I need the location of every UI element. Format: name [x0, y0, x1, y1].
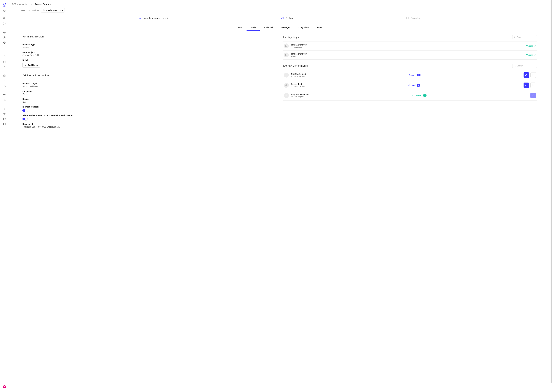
svg-point-21	[4, 109, 4, 110]
silent-mode-label: Silent Mode (no email should send after …	[22, 114, 276, 117]
tabs: Status Details Audit Trail Messages Inte…	[46, 25, 513, 31]
sidebar-file-search-icon[interactable]	[2, 78, 7, 83]
svg-point-13	[4, 66, 5, 67]
id-card-icon	[281, 16, 284, 20]
identity-search-input[interactable]	[517, 36, 535, 38]
search-icon	[514, 65, 516, 67]
identity-search[interactable]	[512, 35, 537, 39]
mail-icon	[284, 53, 289, 57]
count-badge: 0	[417, 84, 420, 87]
request-id-label: Request ID	[22, 123, 276, 125]
sidebar-sliders-icon[interactable]	[2, 106, 7, 111]
tab-integrations[interactable]: Integrations	[298, 25, 310, 31]
step-compiling: Compiling	[406, 16, 421, 20]
request-email-chip[interactable]: email@email.com	[41, 8, 65, 13]
svg-point-42	[286, 46, 286, 46]
add-notes-button[interactable]: Add Notes	[22, 63, 40, 68]
enrichment-sub: New Request	[291, 96, 308, 98]
svg-point-39	[407, 19, 407, 19]
svg-point-15	[4, 75, 5, 76]
region-label: Region	[22, 98, 276, 100]
enrichment-action-button[interactable]	[523, 72, 529, 78]
tab-details[interactable]: Details	[249, 25, 257, 31]
identity-keys-title: Identity Keys	[283, 35, 299, 39]
sidebar	[0, 0, 9, 392]
enrichments-title: Identity Enrichments	[283, 64, 308, 67]
svg-rect-14	[4, 75, 5, 77]
logo-icon	[2, 3, 7, 7]
check-icon	[534, 54, 536, 56]
data-subject-value: Custom Data Subject	[22, 54, 276, 56]
sidebar-thumbs-icon[interactable]	[2, 54, 7, 59]
sidebar-globe-gear-icon[interactable]	[2, 16, 7, 21]
svg-rect-26	[3, 123, 6, 125]
enrichments-search-input[interactable]	[517, 65, 535, 67]
sidebar-globe-icon[interactable]	[2, 40, 7, 45]
tab-report[interactable]: Report	[316, 25, 324, 31]
sidebar-compass-icon[interactable]	[2, 92, 7, 97]
sidebar-search-doc-icon[interactable]	[2, 73, 7, 78]
sidebar-action-center-icon[interactable]	[2, 9, 7, 13]
add-notes-label: Add Notes	[28, 64, 38, 66]
breadcrumb-root[interactable]: DSR Automation	[12, 3, 28, 5]
svg-point-10	[4, 61, 5, 62]
identity-key-row: email@email.com email Verified	[283, 50, 537, 60]
skip-button[interactable]	[530, 83, 536, 88]
tab-audit-trail[interactable]: Audit Trail	[264, 25, 274, 31]
sidebar-id-badge-icon[interactable]	[2, 65, 7, 69]
sidebar-grid-add-icon[interactable]	[2, 117, 7, 121]
test-request-toggle[interactable]	[22, 109, 28, 112]
sidebar-database-icon[interactable]	[2, 59, 7, 64]
link-icon	[284, 73, 289, 77]
svg-point-27	[3, 387, 6, 388]
svg-point-16	[5, 81, 5, 82]
sidebar-list-add-icon[interactable]	[2, 98, 7, 102]
tab-status[interactable]: Status	[236, 25, 242, 31]
step-label: Preflight	[285, 17, 293, 19]
skip-icon	[532, 74, 534, 76]
svg-rect-24	[5, 118, 5, 119]
tab-messages[interactable]: Messages	[281, 25, 291, 31]
sidebar-file-block-icon[interactable]	[2, 84, 7, 88]
svg-rect-41	[285, 45, 287, 47]
enrichment-title: Server Test	[291, 83, 305, 85]
sidebar-cubes-icon[interactable]	[2, 35, 7, 40]
enrichment-status: Completed 2	[412, 94, 427, 97]
scrollbar[interactable]	[551, 0, 552, 383]
progress-stepper: New data subject request Preflight Compi…	[9, 16, 550, 25]
svg-rect-23	[3, 118, 4, 119]
breadcrumb-current: Access Request	[35, 3, 51, 5]
sidebar-cube-icon[interactable]	[2, 30, 7, 35]
language-label: Language	[22, 90, 276, 92]
data-subject-label: Data Subject	[22, 51, 276, 54]
sidebar-nodes-icon[interactable]	[2, 21, 7, 26]
svg-point-0	[4, 4, 5, 6]
enrichment-action-button[interactable]	[523, 83, 529, 88]
identity-secondary: coreIdentifier	[291, 46, 307, 48]
silent-mode-toggle[interactable]	[22, 118, 28, 120]
link-icon	[284, 93, 289, 98]
language-value: English	[22, 93, 276, 95]
enrichment-row: Request Ingestion New Request Completed …	[283, 91, 537, 101]
breadcrumb: DSR Automation Access Request	[9, 0, 550, 8]
sidebar-eye-off-icon[interactable]	[2, 112, 7, 116]
enrichment-status: Queued 0	[408, 84, 420, 87]
request-from-label: Access request from	[21, 9, 39, 12]
origin-value: Admin Dashboard	[22, 85, 276, 88]
server-icon	[406, 16, 409, 20]
sidebar-people-icon[interactable]	[2, 49, 7, 54]
main-content: DSR Automation Access Request Access req…	[9, 0, 552, 392]
test-request-label: Is a test request?	[22, 106, 276, 108]
skip-button[interactable]	[530, 72, 536, 78]
enrichment-row: Notify a Person email@email.com Queued 0	[283, 70, 537, 80]
sidebar-code-monitor-icon[interactable]	[2, 122, 7, 126]
person-icon	[139, 16, 142, 20]
enrichments-search[interactable]	[512, 63, 537, 68]
enrichment-action-button[interactable]	[530, 93, 536, 98]
identity-primary: email@email.com	[291, 53, 307, 55]
svg-point-19	[4, 108, 4, 108]
verified-badge: Verified	[526, 54, 536, 56]
step-label: New data subject request	[144, 17, 168, 19]
svg-point-5	[5, 23, 5, 24]
sidebar-bot-icon[interactable]	[2, 385, 7, 389]
